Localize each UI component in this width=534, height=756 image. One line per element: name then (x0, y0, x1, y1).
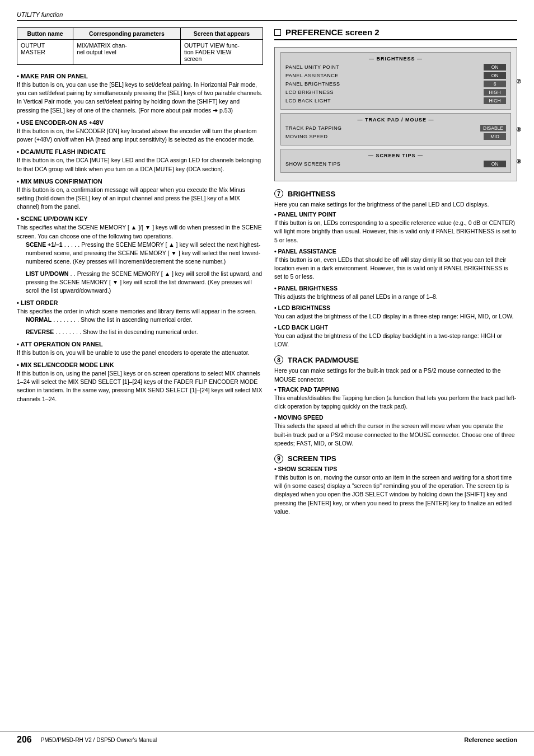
checkbox-icon (274, 29, 281, 36)
unity-point-head: • PANEL UNITY POINT (274, 211, 336, 218)
tapping-head: • TRACK PAD TAPPING (274, 386, 339, 393)
mix-minus-title: • MIX MINUS CONFIRMATION (17, 178, 102, 185)
make-pair-section: • MAKE PAIR ON PANEL If this button is o… (17, 73, 263, 115)
screen-brightness-section: — BRIGHTNESS — PANEL UNITY POINT ON PANE… (280, 52, 511, 110)
att-operation-body: If this button is on, you will be unable… (17, 349, 263, 357)
make-pair-body: If this button is on, you can use the [S… (17, 81, 263, 115)
annotation-8: ⑧ (516, 126, 521, 133)
annotation-7: ⑦ (516, 78, 521, 84)
list-normal-label: NORMAL (26, 316, 51, 323)
encoder-on-title: • USE ENCODER-ON AS +48V (17, 119, 104, 126)
screen-tips-title: — SCREEN TIPS — (285, 153, 506, 158)
mix-sel-section: • MIX SEL/ENCODER MODE LINK If this butt… (17, 361, 263, 403)
trackpad-section-title: 8 TRACK PAD/MOUSE (274, 355, 517, 364)
circled-9: 9 (274, 454, 283, 463)
scene-updown-body: This specifies what the SCENE MEMORY [ ▲… (17, 223, 263, 240)
list-order-title: • LIST ORDER (17, 299, 58, 306)
table-cell-button: OUTPUT MASTER (17, 40, 73, 65)
dca-mute-body: If this button is on, the DCA [MUTE] key… (17, 156, 263, 173)
screen-tips-section: — SCREEN TIPS — SHOW SCREEN TIPS ON (280, 149, 511, 173)
screen-row-assistance: PANEL ASSISTANCE ON (285, 72, 506, 79)
bullet-panel-assistance: • PANEL ASSISTANCE If this button is on,… (274, 248, 517, 281)
bullet-unity-point: • PANEL UNITY POINT If this button is on… (274, 211, 517, 245)
table-col2: Corresponding parameters (73, 28, 181, 40)
screen-label-brightness: PANEL BRIGHTNESS (285, 81, 340, 87)
screen-row-brightness: PANEL BRIGHTNESS 6 (285, 81, 506, 87)
page: UTILITY function Button name Correspondi… (0, 0, 534, 756)
bullet-lcd-backlight: • LCD BACK LIGHT You can adjust the brig… (274, 324, 517, 349)
screen-row-backlight: LCD BACK LIGHT HIGH (285, 97, 506, 104)
att-operation-title: • ATT OPERATION ON PANEL (17, 341, 103, 348)
screen-row-showtips: SHOW SCREEN TIPS ON (285, 161, 506, 167)
panel-brightness-head: • PANEL BRIGHTNESS (274, 285, 338, 292)
bullet-panel-brightness: • PANEL BRIGHTNESS This adjusts the brig… (274, 285, 517, 301)
page-number: 206 (17, 735, 32, 745)
mix-minus-body: If this button is on, a confirmation mes… (17, 186, 263, 212)
bullet-show-tips: • SHOW SCREEN TIPS If this button is on,… (274, 466, 517, 516)
section-trackpad: 8 TRACK PAD/MOUSE Here you can make sett… (274, 355, 517, 448)
screen-val-showtips: ON (484, 161, 506, 167)
moving-speed-head: • MOVING SPEED (274, 414, 324, 421)
screen-val-unity: ON (484, 64, 506, 71)
screen-label-tapping: TRACK PAD TAPPING (285, 125, 342, 131)
trackpad-intro: Here you can make settings for the built… (274, 367, 517, 383)
mix-sel-body: If this button is on, using the panel [S… (17, 369, 263, 403)
screen-row-speed: MOVING SPEED MID (285, 133, 506, 140)
show-tips-head: • SHOW SCREEN TIPS (274, 466, 337, 472)
panel-assistance-body: If this button is on, even LEDs that sho… (274, 256, 517, 281)
screentips-title-text: SCREEN TIPS (288, 454, 336, 463)
lcd-backlight-body: You can adjust the brightness of the LCD… (274, 332, 517, 349)
bullet-moving-speed: • MOVING SPEED This selects the speed at… (274, 414, 517, 448)
table-row: OUTPUT MASTER MIX/MATRIX chan- nel outpu… (17, 40, 263, 65)
scene-sub1-label: SCENE +1/–1 (26, 241, 63, 248)
list-reverse-dots: . . . . . . . . (54, 328, 83, 335)
table-cell-screen: OUTPUT VIEW func- tion FADER VIEW screen (180, 40, 263, 65)
scene-sub2-dots: . . (68, 270, 77, 277)
screen-val-brightness: 6 (484, 81, 506, 87)
screen-mockup: — BRIGHTNESS — PANEL UNITY POINT ON PANE… (274, 47, 517, 181)
encoder-on-body: If this button is on, the ENCODER [ON] k… (17, 127, 263, 144)
bullet-lcd-brightness: • LCD BRIGHTNESS You can adjust the brig… (274, 304, 517, 321)
screen-label-backlight: LCD BACK LIGHT (285, 98, 331, 104)
lcd-brightness-head: • LCD BRIGHTNESS (274, 304, 330, 311)
list-reverse-desc: Show the list in descending numerical or… (83, 328, 198, 335)
dca-mute-title: • DCA/MUTE FLASH INDICATE (17, 148, 106, 155)
list-reverse: REVERSE . . . . . . . . Show the list in… (26, 328, 263, 336)
screen-label-speed: MOVING SPEED (285, 134, 328, 139)
brightness-title-text: BRIGHTNESS (288, 190, 335, 198)
panel-brightness-body: This adjusts the brightness of all panel… (274, 293, 517, 301)
pref-title-text: PREFERENCE screen 2 (285, 27, 380, 37)
section-screentips: 9 SCREEN TIPS • SHOW SCREEN TIPS If this… (274, 454, 517, 516)
scene-sub2: LIST UP/DOWN . . Pressing the SCENE MEMO… (26, 270, 263, 295)
left-column: Button name Corresponding parameters Scr… (17, 27, 263, 523)
unity-point-body: If this button is on, LEDs corresponding… (274, 219, 517, 245)
screen-trackpad-title: — TRACK PAD / MOUSE — (285, 117, 506, 123)
footer-section: Reference section (464, 736, 517, 743)
right-column: PREFERENCE screen 2 — BRIGHTNESS — PANEL… (274, 27, 517, 523)
content-wrapper: Button name Corresponding parameters Scr… (17, 27, 517, 523)
annotation-9: ⑨ (516, 158, 521, 164)
show-tips-body: If this button is on, moving the cursor … (274, 473, 517, 516)
table-col3: Screen that appears (180, 28, 263, 40)
trackpad-title-text: TRACK PAD/MOUSE (288, 356, 359, 364)
table-col1: Button name (17, 28, 73, 40)
lcd-backlight-head: • LCD BACK LIGHT (274, 324, 328, 331)
screen-val-assistance: ON (484, 72, 506, 79)
page-footer: 206 PM5D/PM5D-RH V2 / DSP5D Owner's Manu… (0, 731, 534, 745)
screen-val-backlight: HIGH (484, 97, 506, 104)
bullet-tapping: • TRACK PAD TAPPING This enables/disable… (274, 386, 517, 411)
footer-model: PM5D/PM5D-RH V2 / DSP5D Owner's Manual (41, 737, 465, 743)
list-reverse-label: REVERSE (26, 328, 54, 335)
screen-val-tapping: DISABLE (480, 125, 506, 132)
screen-label-showtips: SHOW SCREEN TIPS (285, 161, 340, 167)
make-pair-title: • MAKE PAIR ON PANEL (17, 73, 88, 79)
utility-header: UTILITY function (17, 11, 517, 21)
param-table: Button name Corresponding parameters Scr… (17, 27, 263, 65)
moving-speed-body: This selects the speed at which the curs… (274, 422, 517, 448)
pref-screen-title: PREFERENCE screen 2 (274, 27, 517, 40)
panel-assistance-head: • PANEL ASSISTANCE (274, 248, 336, 255)
screen-trackpad-section: — TRACK PAD / MOUSE — TRACK PAD TAPPING … (280, 113, 511, 145)
screen-label-lcd: LCD BRIGHTNESS (285, 90, 334, 95)
screen-row-lcd: LCD BRIGHTNESS HIGH (285, 89, 506, 96)
mix-minus-section: • MIX MINUS CONFIRMATION If this button … (17, 178, 263, 212)
